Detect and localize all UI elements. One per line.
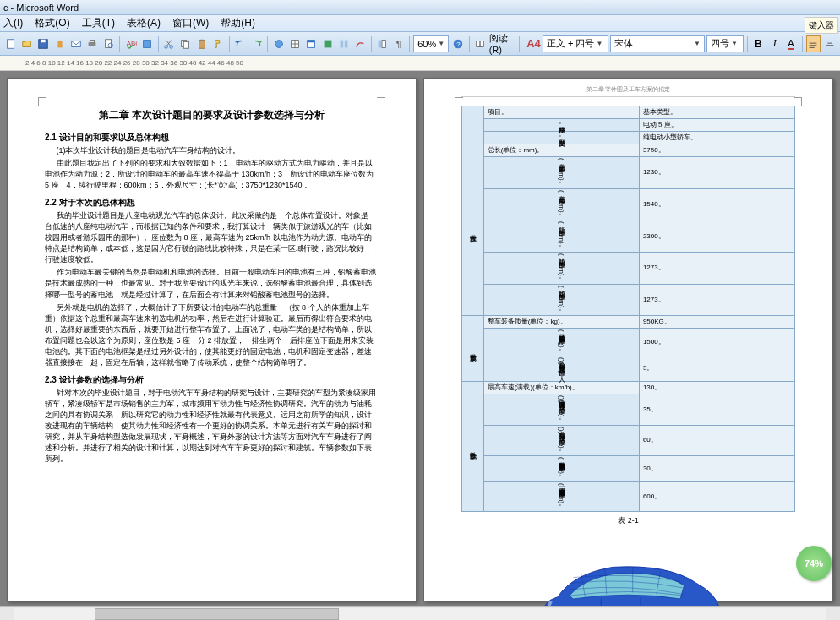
svg-rect-2 [41, 39, 46, 42]
svg-rect-27 [379, 40, 382, 47]
mail-icon[interactable] [68, 35, 83, 52]
style-indicator-icon: A4 [526, 37, 541, 50]
svg-rect-4 [57, 44, 62, 47]
open-icon[interactable] [19, 35, 34, 52]
font-color-icon[interactable]: A [783, 35, 798, 52]
style-combo[interactable]: 正文 + 四号▼ [543, 35, 608, 52]
menu-bar: 入(I) 格式(O) 工具(T) 表格(A) 窗口(W) 帮助(H) [0, 15, 840, 32]
body-text: 由此题目我定出了下列的的要求和大致数据如下：1．电动车的驱动方式为电力驱动，并且… [45, 158, 379, 191]
new-doc-icon[interactable] [3, 35, 18, 52]
page-1: 第二章 本次设计题目的要求及设计参数选择与分析 2.1 设计目的和要求以及总体构… [7, 78, 417, 601]
font-combo[interactable]: 宋体▼ [610, 35, 705, 52]
docmap-icon[interactable] [375, 35, 390, 52]
svg-text:?: ? [456, 40, 461, 47]
drawing-icon[interactable] [353, 35, 368, 52]
page-2: 第二章 零件图及工车方案的拟定 项目。基本类型。产品规格。电动 5 座。产品类型… [423, 78, 833, 601]
page-header: 第二章 零件图及工车方案的拟定 [461, 85, 795, 97]
body-text: 作为电动车最关键的当然是电动机和电池的选择。目前一般电动车用的电池有三种，铅酸蓄… [45, 267, 379, 300]
key-hint: 键入器 [805, 17, 838, 34]
research-icon[interactable] [139, 35, 154, 52]
paste-icon[interactable] [194, 35, 209, 52]
align-more-icon[interactable] [822, 35, 837, 52]
svg-rect-16 [199, 40, 205, 48]
permission-icon[interactable] [52, 35, 67, 52]
section-2-2: 2.2 对于本次的总体构想 [45, 196, 379, 209]
svg-rect-24 [324, 40, 331, 47]
insert-table-icon[interactable] [304, 35, 319, 52]
spellcheck-icon[interactable]: ABC [123, 35, 138, 52]
excel-icon[interactable] [320, 35, 335, 52]
standard-toolbar: ABC ¶ 60%▼ ? 阅读(R) A4 正文 + 四号▼ 宋体▼ 四号▼ B… [0, 32, 840, 56]
table-caption: 表 2-1 [461, 515, 795, 527]
menu-format[interactable]: 格式(O) [35, 16, 69, 30]
body-text: (1)本次毕业设计我的题目是电动汽车车身结构的设计。 [45, 145, 379, 156]
menu-tools[interactable]: 工具(T) [82, 16, 115, 30]
menu-table[interactable]: 表格(A) [127, 16, 161, 30]
svg-rect-25 [341, 40, 344, 47]
preview-icon[interactable] [101, 35, 116, 52]
body-text: 我的毕业设计题目是八座电动观光汽车的总体设计。此次采做的是一个总体布置设计。对象… [45, 210, 379, 265]
format-painter-icon[interactable] [210, 35, 225, 52]
redo-icon[interactable] [249, 35, 264, 52]
svg-rect-7 [90, 40, 95, 42]
svg-point-18 [275, 40, 282, 47]
read-mode-icon[interactable] [472, 35, 487, 52]
body-text: 针对本次的毕业设计题目，对于电动汽车车身结构的研究与设计，主要研究的车型为紧凑级… [45, 388, 379, 465]
columns-icon[interactable] [336, 35, 351, 52]
section-2-3: 2.3 设计参数的选择与分析 [45, 373, 379, 386]
copy-icon[interactable] [178, 35, 193, 52]
svg-rect-26 [345, 40, 348, 47]
size-combo[interactable]: 四号▼ [706, 35, 744, 52]
body-text: 另外就是电机的选择了，大概估计了下所要设计的电动车的总重量，（按 8 个人的体重… [45, 302, 379, 368]
horizontal-ruler[interactable]: 2 4 6 8 10 12 14 16 18 20 22 24 26 28 30… [0, 56, 840, 71]
section-2-1: 2.1 设计目的和要求以及总体构想 [45, 131, 379, 144]
align-distribute-icon[interactable] [806, 35, 821, 52]
cut-icon[interactable] [162, 35, 177, 52]
svg-rect-28 [382, 40, 385, 47]
save-icon[interactable] [36, 35, 51, 52]
svg-rect-0 [7, 39, 14, 48]
link-icon[interactable] [271, 35, 286, 52]
zoom-combo[interactable]: 60%▼ [413, 35, 449, 52]
menu-help[interactable]: 帮助(H) [221, 16, 255, 30]
show-marks-icon[interactable]: ¶ [391, 35, 406, 52]
chapter-title: 第二章 本次设计题目的要求及设计参数选择与分析 [45, 107, 379, 122]
document-workspace[interactable]: 第二章 本次设计题目的要求及设计参数选择与分析 2.1 设计目的和要求以及总体构… [0, 71, 840, 606]
help-icon[interactable]: ? [450, 35, 465, 52]
bold-icon[interactable]: B [751, 35, 766, 52]
tables-borders-icon[interactable] [287, 35, 302, 52]
horizontal-scrollbar[interactable] [0, 606, 840, 620]
progress-badge[interactable]: 74% [796, 546, 832, 581]
svg-rect-17 [200, 39, 204, 41]
undo-icon[interactable] [233, 35, 248, 52]
menu-insert[interactable]: 入(I) [3, 16, 23, 30]
read-button[interactable]: 阅读(R) [489, 32, 516, 55]
app-title: c - Microsoft Word [3, 3, 79, 13]
svg-rect-23 [308, 40, 315, 42]
spec-table: 项目。基本类型。产品规格。电动 5 座。产品类型。纯电动小型轿车。尺寸参数总长(… [461, 106, 795, 512]
scroll-thumb[interactable] [95, 608, 339, 620]
svg-rect-11 [144, 40, 151, 47]
italic-icon[interactable]: I [767, 35, 782, 52]
car-model-image [506, 534, 751, 606]
svg-rect-15 [184, 41, 189, 48]
svg-rect-6 [89, 42, 96, 46]
print-icon[interactable] [85, 35, 100, 52]
menu-window[interactable]: 窗口(W) [172, 16, 209, 30]
